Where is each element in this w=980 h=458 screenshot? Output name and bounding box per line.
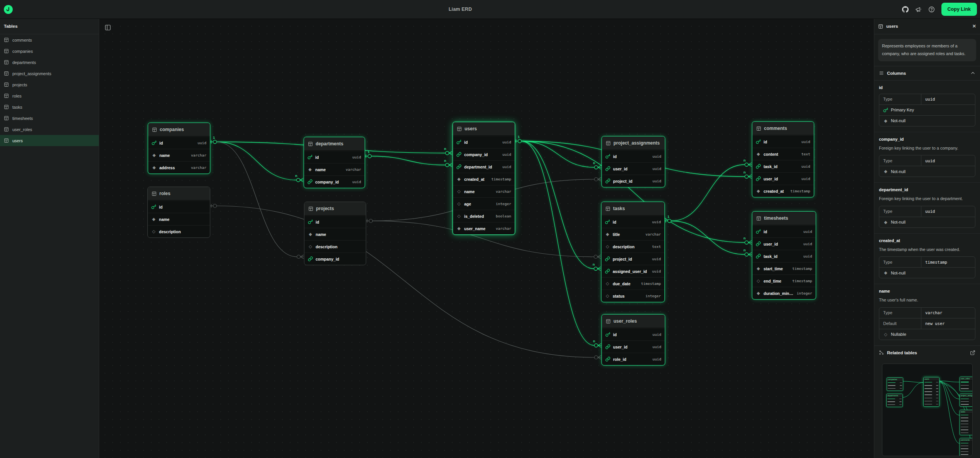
erd-table-companies[interactable]: companiesiduuid◆namevarchar◆addressvarch… xyxy=(148,123,210,174)
related-tables-title: Related tables xyxy=(887,350,917,355)
erd-table-name: project_assignments xyxy=(613,140,660,146)
erd-column-row: iduuid xyxy=(752,225,816,237)
column-detail-created_at: created_atThe timestamp when the user wa… xyxy=(874,234,980,284)
erd-column-row: user_iduuid xyxy=(752,237,816,250)
erd-column-row: ◆namevarchar xyxy=(304,163,365,175)
erd-table-name: departments xyxy=(316,141,343,146)
minimap-table-tasks: tasks xyxy=(960,410,973,435)
erd-column-row: ◆created_attimestamp xyxy=(453,173,515,185)
column-detail-department_id: department_idForeign key linking the use… xyxy=(874,183,980,233)
erd-table-project_assignments[interactable]: project_assignmentsiduuiduser_iduuidproj… xyxy=(602,136,665,187)
table-description: Represents employees or members of a com… xyxy=(878,39,976,61)
erd-table-name: projects xyxy=(316,206,334,211)
minimap-table-user_roles: user_roles xyxy=(960,377,973,391)
erd-column-row: ◇ageinteger xyxy=(453,197,515,210)
sidebar-item-label: project_assignments xyxy=(12,71,51,76)
erd-column-row: ◆name xyxy=(148,213,210,225)
sidebar-item-timesheets[interactable]: timesheets xyxy=(0,113,99,124)
github-icon[interactable] xyxy=(902,6,909,13)
erd-table-user_roles[interactable]: user_rolesiduuiduser_iduuidrole_iduuid xyxy=(602,314,665,365)
erd-column-row: id xyxy=(148,200,210,213)
top-bar: Liam ERD Copy Link xyxy=(0,0,980,19)
column-detail-name: nameThe user's full name.TypevarcharDefa… xyxy=(874,284,980,345)
erd-column-row: ◆contenttext xyxy=(752,148,814,160)
sidebar-item-label: departments xyxy=(12,60,36,65)
liam-logo-icon[interactable] xyxy=(4,5,13,14)
sidebar-item-label: user_roles xyxy=(12,127,32,132)
close-icon[interactable]: ✕ xyxy=(972,24,976,29)
erd-column-row: iduuid xyxy=(602,216,664,228)
sidebar-item-tasks[interactable]: tasks xyxy=(0,101,99,113)
column-detail-id: idTypeuuidPrimary Key◆Not-null xyxy=(874,81,980,132)
erd-column-row: ◆namevarchar xyxy=(148,149,210,161)
sidebar-item-departments[interactable]: departments xyxy=(0,57,99,68)
tables-sidebar: Tables commentscompaniesdepartmentsproje… xyxy=(0,19,99,458)
sidebar-item-roles[interactable]: roles xyxy=(0,90,99,101)
erd-column-row: iduuid xyxy=(602,150,665,162)
erd-table-comments[interactable]: commentsiduuid◆contenttexttask_iduuiduse… xyxy=(752,121,814,197)
sidebar-item-label: companies xyxy=(12,49,33,54)
erd-column-row: assigned_user_iduuid xyxy=(602,265,664,277)
sidebar-toggle-icon[interactable] xyxy=(103,23,112,32)
table-details-panel: users ✕ Represents employees or members … xyxy=(874,19,980,458)
sidebar-item-user_roles[interactable]: user_roles xyxy=(0,124,99,135)
erd-table-name: comments xyxy=(764,126,787,131)
erd-column-row: user_iduuid xyxy=(602,340,665,353)
sidebar-item-comments[interactable]: comments xyxy=(0,34,99,45)
sidebar-item-label: timesheets xyxy=(12,116,33,121)
megaphone-icon[interactable] xyxy=(915,6,922,13)
chevron-up-icon[interactable] xyxy=(970,71,975,76)
erd-column-row: user_iduuid xyxy=(602,162,665,175)
sidebar-item-label: users xyxy=(12,138,23,143)
erd-table-timesheets[interactable]: timesheetsiduuiduser_iduuidtask_iduuid◆s… xyxy=(752,211,816,300)
erd-column-row: project_iduuid xyxy=(602,253,664,265)
erd-column-row: department_iduuid xyxy=(453,160,515,173)
sidebar-item-project_assignments[interactable]: project_assignments xyxy=(0,68,99,79)
erd-column-row: company_iduuid xyxy=(304,175,365,188)
erd-table-departments[interactable]: departmentsiduuid◆namevarcharcompany_idu… xyxy=(304,137,365,188)
erd-table-tasks[interactable]: tasksiduuid◆titlevarchar◇descriptiontext… xyxy=(601,202,665,302)
erd-table-roles[interactable]: rolesid◆name◇description xyxy=(147,187,210,238)
erd-column-row: ◆duration_minutesinteger xyxy=(752,287,816,299)
erd-column-row: ◇namevarchar xyxy=(453,185,515,197)
help-icon[interactable] xyxy=(928,6,935,13)
erd-column-row: company_iduuid xyxy=(453,148,515,160)
erd-column-row: id xyxy=(304,216,366,228)
sidebar-item-projects[interactable]: projects xyxy=(0,79,99,90)
erd-column-row: ◆user_namevarchar xyxy=(453,222,515,234)
erd-table-name: companies xyxy=(160,127,184,132)
erd-column-row: ◇description xyxy=(148,225,210,237)
erd-column-row: task_iduuid xyxy=(752,160,814,172)
sidebar-item-label: tasks xyxy=(12,105,22,109)
erd-column-row: iduuid xyxy=(453,136,515,148)
erd-column-row: iduuid xyxy=(752,135,814,148)
open-diagram-icon[interactable] xyxy=(970,350,975,355)
erd-table-users[interactable]: usersiduuidcompany_iduuiddepartment_iduu… xyxy=(453,122,515,235)
erd-column-row: ◆start_timetimestamp xyxy=(752,262,816,274)
minimap-table-departments: departments xyxy=(886,394,903,407)
erd-table-name: tasks xyxy=(613,206,625,211)
related-tables-minimap[interactable]: companiesdepartmentsusersuser_rolesproje… xyxy=(882,364,973,456)
sidebar-item-label: projects xyxy=(12,83,27,87)
sidebar-item-companies[interactable]: companies xyxy=(0,45,99,57)
copy-link-button[interactable]: Copy Link xyxy=(941,3,977,16)
columns-list-icon xyxy=(879,71,884,76)
erd-column-row: ◇description xyxy=(304,240,366,253)
erd-column-row: ◆addressvarchar xyxy=(148,161,210,173)
minimap-table-comments: comments xyxy=(960,438,973,456)
erd-column-row: iduuid xyxy=(148,136,210,149)
erd-column-row: ◆titlevarchar xyxy=(602,228,664,240)
erd-table-name: timesheets xyxy=(764,216,788,221)
erd-column-row: ◇is_deletedboolean xyxy=(453,210,515,222)
erd-column-row: role_iduuid xyxy=(602,353,665,365)
erd-column-row: ◇descriptiontext xyxy=(602,240,664,253)
erd-table-name: roles xyxy=(159,191,171,196)
columns-section-title: Columns xyxy=(887,71,906,76)
erd-column-row: ◇due_datetimestamp xyxy=(602,277,664,290)
erd-column-row: iduuid xyxy=(602,328,665,340)
erd-table-projects[interactable]: projectsid◆name◇descriptioncompany_id xyxy=(304,202,366,265)
sidebar-item-users[interactable]: users xyxy=(0,135,99,146)
erd-table-name: users xyxy=(465,126,477,131)
sidebar-item-label: comments xyxy=(12,38,32,42)
erd-column-row: iduuid xyxy=(304,151,365,163)
